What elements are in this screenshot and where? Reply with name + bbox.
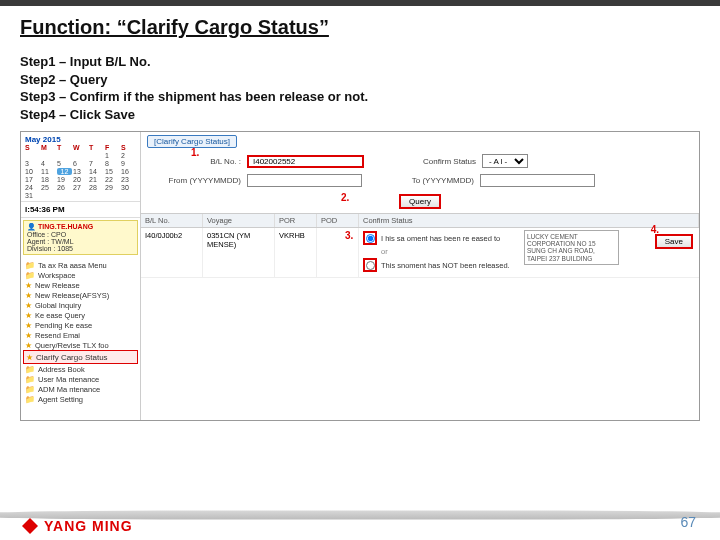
calendar-grid: S M T W T F S 12 3456789 10111213141516 … bbox=[25, 144, 136, 199]
col-bl-no: B/L No. bbox=[141, 214, 203, 227]
steps-block: Step1 – Input B/L No. Step2 – Query Step… bbox=[0, 47, 720, 131]
star-icon: ★ bbox=[25, 321, 32, 330]
folder-icon: 📁 bbox=[25, 271, 35, 280]
tree-item[interactable]: 📁User Ma ntenance bbox=[23, 374, 138, 384]
user-icon: 👤 bbox=[27, 223, 36, 230]
tree-workspace[interactable]: 📁Workspace bbox=[23, 270, 138, 280]
main-panel: [Clarify Cargo Status] 1. B/L No. : Conf… bbox=[141, 132, 699, 420]
folder-icon: 📁 bbox=[25, 365, 35, 374]
user-division: Division : 1085 bbox=[27, 245, 134, 252]
cell-confirm: 3. I his sa oment has been re eased to o… bbox=[359, 228, 699, 277]
title-area: Function: “Clarify Cargo Status” bbox=[0, 6, 720, 47]
from-date-input[interactable] bbox=[247, 174, 362, 187]
star-icon: ★ bbox=[25, 311, 32, 320]
calendar-widget[interactable]: May 2015 S M T W T F S 12 3456789 101112… bbox=[21, 132, 140, 202]
nav-tree: 📁Ta ax Ra aasa Menu 📁Workspace ★New Rele… bbox=[21, 257, 140, 407]
tree-root-menu[interactable]: 📁Ta ax Ra aasa Menu bbox=[23, 260, 138, 270]
consignee-address-box[interactable]: LUCKY CEMENT CORPORATION NO 15 SUNG CH A… bbox=[524, 230, 619, 265]
step-1: Step1 – Input B/L No. bbox=[20, 53, 700, 71]
marker-1: 1. bbox=[191, 147, 199, 158]
folder-icon: 📁 bbox=[25, 385, 35, 394]
marker-2: 2. bbox=[341, 192, 349, 203]
col-por: POR bbox=[275, 214, 317, 227]
app-screenshot: May 2015 S M T W T F S 12 3456789 101112… bbox=[20, 131, 700, 421]
confirm-status-select[interactable]: - A l - bbox=[482, 154, 528, 168]
brand-text: YANG MING bbox=[44, 518, 133, 534]
tree-item[interactable]: 📁ADM Ma ntenance bbox=[23, 384, 138, 394]
to-label: To (YYYYMMDD) bbox=[404, 176, 474, 185]
confirm-status-label: Confirm Status bbox=[406, 157, 476, 166]
marker-3: 3. bbox=[345, 230, 353, 241]
folder-icon: 📁 bbox=[25, 395, 35, 404]
grid-header: B/L No. Voyage POR POD Confirm Status bbox=[141, 213, 699, 228]
left-sidebar: May 2015 S M T W T F S 12 3456789 101112… bbox=[21, 132, 141, 420]
step-3: Step3 – Confirm if the shipment has been… bbox=[20, 88, 700, 106]
radio-highlight-box bbox=[363, 231, 377, 245]
cell-voyage: 0351CN (YM MENSE) bbox=[203, 228, 275, 277]
page-number: 67 bbox=[680, 514, 696, 530]
star-icon: ★ bbox=[26, 353, 33, 362]
folder-icon: 📁 bbox=[25, 375, 35, 384]
user-agent: Agent : TW/ML bbox=[27, 238, 134, 245]
clock: I:54:36 PM bbox=[21, 202, 140, 218]
col-pod: POD bbox=[317, 214, 359, 227]
star-icon: ★ bbox=[25, 341, 32, 350]
tree-item[interactable]: ★New Release bbox=[23, 280, 138, 290]
table-row: I40/0J00b2 0351CN (YM MENSE) VKRHB 3. I … bbox=[141, 228, 699, 278]
col-voyage: Voyage bbox=[203, 214, 275, 227]
tree-item[interactable]: ★New Release(AFSYS) bbox=[23, 290, 138, 300]
tree-item[interactable]: 📁Address Book bbox=[23, 364, 138, 374]
tree-item-clarify-cargo-status[interactable]: ★Clarify Cargo Status bbox=[23, 350, 138, 364]
tree-item[interactable]: ★Pending Ke ease bbox=[23, 320, 138, 330]
slide-title: Function: “Clarify Cargo Status” bbox=[20, 16, 700, 39]
radio-highlight-box bbox=[363, 258, 377, 272]
star-icon: ★ bbox=[25, 331, 32, 340]
user-name: TING.TE.HUANG bbox=[38, 223, 93, 230]
cell-por: VKRHB bbox=[275, 228, 317, 277]
user-info-box: 👤 TING.TE.HUANG Office : CPO Agent : TW/… bbox=[23, 220, 138, 255]
slide-footer: YANG MING 67 bbox=[0, 492, 720, 540]
cell-bl: I40/0J00b2 bbox=[141, 228, 203, 277]
bl-no-input[interactable] bbox=[247, 155, 364, 168]
col-confirm-status: Confirm Status bbox=[359, 214, 699, 227]
released-text: I his sa oment has been re eased to bbox=[381, 234, 500, 243]
folder-icon: 📁 bbox=[25, 261, 35, 270]
date-row: From (YYYYMMDD) To (YYYYMMDD) bbox=[141, 171, 699, 190]
bl-row: 1. B/L No. : Confirm Status - A l - bbox=[141, 151, 699, 171]
tree-item[interactable]: ★Query/Revise TLX foo bbox=[23, 340, 138, 350]
star-icon: ★ bbox=[25, 291, 32, 300]
calendar-month: May 2015 bbox=[25, 135, 136, 144]
query-row: 2. Query bbox=[141, 190, 699, 213]
not-released-text: This snoment has NOT been released. bbox=[381, 261, 510, 270]
user-office: Office : CPO bbox=[27, 231, 134, 238]
to-date-input[interactable] bbox=[480, 174, 595, 187]
step-2: Step2 – Query bbox=[20, 71, 700, 89]
star-icon: ★ bbox=[25, 301, 32, 310]
brand: YANG MING bbox=[22, 518, 133, 534]
save-button[interactable]: Save bbox=[655, 234, 693, 249]
tree-item[interactable]: ★Ke ease Query bbox=[23, 310, 138, 320]
tree-item[interactable]: 📁Agent Setting bbox=[23, 394, 138, 404]
from-label: From (YYYYMMDD) bbox=[151, 176, 241, 185]
tree-item[interactable]: ★Resend Emai bbox=[23, 330, 138, 340]
yangming-logo-icon bbox=[22, 518, 38, 534]
not-released-radio[interactable] bbox=[366, 261, 375, 270]
tree-item[interactable]: ★Global Inquiry bbox=[23, 300, 138, 310]
step-4: Step4 – Click Save bbox=[20, 106, 700, 124]
query-button[interactable]: Query bbox=[399, 194, 441, 209]
released-radio[interactable] bbox=[366, 234, 375, 243]
star-icon: ★ bbox=[25, 281, 32, 290]
tab-row: [Clarify Cargo Status] bbox=[141, 132, 699, 151]
